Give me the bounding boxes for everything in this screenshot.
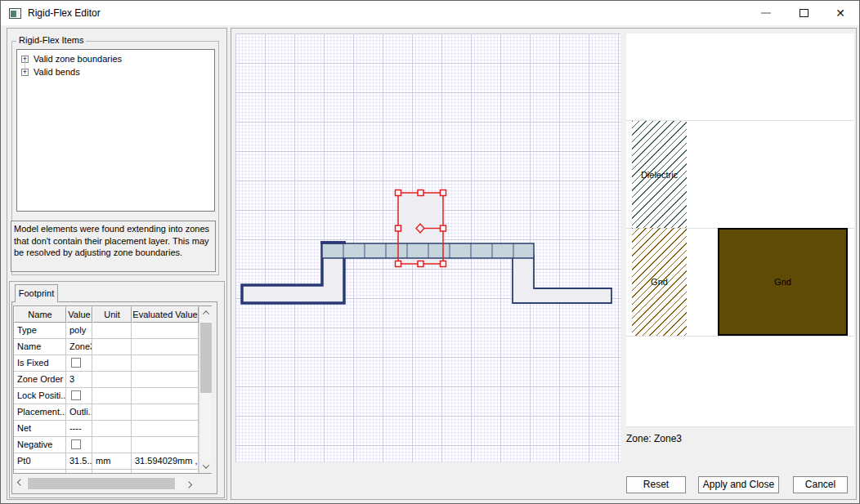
checkbox[interactable] xyxy=(71,439,81,449)
horizontal-scrollbar-thumb[interactable] xyxy=(28,478,175,489)
reset-button[interactable]: Reset xyxy=(626,476,686,493)
table-row-name[interactable]: Name Zone3 xyxy=(14,339,199,355)
cell-value[interactable]: poly xyxy=(66,323,92,339)
cell-value[interactable]: ---- xyxy=(66,421,92,437)
table-row-type[interactable]: Type poly xyxy=(14,323,199,339)
chevron-left-icon xyxy=(17,479,24,485)
layer-separator-line xyxy=(626,336,854,337)
handle-bottom-left[interactable] xyxy=(396,261,401,267)
scroll-up-button[interactable] xyxy=(199,306,213,319)
cell-name[interactable]: Type xyxy=(14,323,66,339)
handle-mid-right[interactable] xyxy=(441,225,446,231)
cell-value[interactable]: Outli... xyxy=(66,404,92,421)
cell-value[interactable] xyxy=(66,437,92,453)
cell-value[interactable]: 3 xyxy=(66,372,92,388)
cell-unit[interactable] xyxy=(92,323,132,339)
horizontal-scrollbar[interactable] xyxy=(14,477,195,490)
handle-top-left[interactable] xyxy=(396,190,401,196)
scroll-left-button[interactable] xyxy=(14,477,27,490)
table-row-negative[interactable]: Negative xyxy=(14,437,199,453)
tab-footprint[interactable]: Footprint xyxy=(15,284,58,302)
cell-unit[interactable]: mm xyxy=(92,470,132,473)
cell-name[interactable]: Name xyxy=(14,339,66,355)
cell-name[interactable]: Pt1 xyxy=(14,470,66,473)
cell-unit[interactable] xyxy=(92,388,132,404)
cell-name[interactable]: Zone Order xyxy=(14,372,66,388)
checkbox[interactable] xyxy=(71,358,81,368)
cell-unit[interactable] xyxy=(92,404,132,421)
gnd-hatch-label: Gnd xyxy=(651,277,668,287)
table-row-pt1[interactable]: Pt1 40.9... mm 40.97799mm ... xyxy=(14,470,199,473)
column-header-evaluated-value[interactable]: Evaluated Value xyxy=(132,306,199,323)
cell-value[interactable]: 31.5... xyxy=(66,453,92,470)
board-drawing xyxy=(235,33,620,462)
chevron-up-icon xyxy=(203,310,209,317)
app-icon xyxy=(9,8,21,19)
cell-name[interactable]: Pt0 xyxy=(14,453,66,470)
rigid-flex-editor-dialog: Rigid-Flex Editor ✕ Rigid-Flex Items + V… xyxy=(0,0,860,504)
cell-name[interactable]: Lock Positi... xyxy=(14,388,66,404)
cell-eval: 40.97799mm ... xyxy=(132,470,199,473)
cell-name[interactable]: Is Fixed xyxy=(14,355,66,372)
column-header-unit[interactable]: Unit xyxy=(92,306,132,323)
titlebar[interactable]: Rigid-Flex Editor ✕ xyxy=(1,1,859,25)
vertical-scrollbar-thumb[interactable] xyxy=(200,323,212,393)
column-header-value[interactable]: Value xyxy=(66,306,92,323)
cell-eval xyxy=(132,421,199,437)
handle-mid-left[interactable] xyxy=(396,225,401,231)
table-row-placement[interactable]: Placement... Outli... xyxy=(14,404,199,421)
handle-bottom-mid[interactable] xyxy=(418,261,423,267)
minimize-button[interactable] xyxy=(747,1,785,25)
cell-unit[interactable] xyxy=(92,372,132,388)
minimize-icon xyxy=(761,12,771,14)
maximize-button[interactable] xyxy=(785,1,822,25)
handle-bottom-right[interactable] xyxy=(441,261,446,267)
dielectric-layer-hatch: Dielectric xyxy=(632,121,687,228)
cell-unit[interactable] xyxy=(92,355,132,372)
cell-eval xyxy=(132,404,199,421)
column-header-name[interactable]: Name xyxy=(14,306,66,323)
table-row-pt0[interactable]: Pt0 31.5... mm 31.594029mm ,... xyxy=(14,453,199,470)
cell-value[interactable] xyxy=(66,355,92,372)
gnd-layer-hatch: Gnd xyxy=(632,228,687,336)
properties-table[interactable]: Name Value Unit Evaluated Value Type pol… xyxy=(13,306,212,474)
board-canvas[interactable] xyxy=(235,33,620,462)
gnd-plane-label: Gnd xyxy=(774,277,791,287)
scroll-right-button[interactable] xyxy=(182,477,195,490)
tree-item-valid-zone-boundaries[interactable]: + Valid zone boundaries xyxy=(17,52,214,65)
cell-unit[interactable] xyxy=(92,437,132,453)
tree-item-valid-bends[interactable]: + Valid bends xyxy=(17,65,214,78)
maximize-icon xyxy=(800,9,808,17)
table-header: Name Value Unit Evaluated Value xyxy=(14,306,199,323)
cell-value[interactable]: Zone3 xyxy=(66,339,92,355)
cell-name[interactable]: Negative xyxy=(14,437,66,453)
right-rigid-zone[interactable] xyxy=(513,255,611,303)
scroll-down-button[interactable] xyxy=(199,460,213,473)
handle-top-mid[interactable] xyxy=(418,190,423,196)
cell-eval xyxy=(132,437,199,453)
vertical-scrollbar[interactable] xyxy=(199,306,212,473)
handle-top-right[interactable] xyxy=(441,190,446,196)
cell-value[interactable]: 40.9... xyxy=(66,470,92,473)
cell-name[interactable]: Net xyxy=(14,421,66,437)
tree-connector-line xyxy=(25,61,25,69)
cell-unit[interactable]: mm xyxy=(92,453,132,470)
table-row-lock-position[interactable]: Lock Positi... xyxy=(14,388,199,404)
cell-eval xyxy=(132,372,199,388)
checkbox[interactable] xyxy=(71,390,81,400)
table-row-zone-order[interactable]: Zone Order 3 xyxy=(14,372,199,388)
chevron-down-icon xyxy=(203,462,209,468)
apply-and-close-button[interactable]: Apply and Close xyxy=(698,476,779,493)
table-row-is-fixed[interactable]: Is Fixed xyxy=(14,355,199,372)
cell-value[interactable] xyxy=(66,388,92,404)
cell-name[interactable]: Placement... xyxy=(14,404,66,421)
rigid-flex-items-tree[interactable]: + Valid zone boundaries + Valid bends xyxy=(16,49,215,212)
cell-unit[interactable] xyxy=(92,421,132,437)
cell-unit[interactable] xyxy=(92,339,132,355)
cancel-button[interactable]: Cancel xyxy=(793,476,848,493)
close-button[interactable]: ✕ xyxy=(822,1,858,25)
chevron-right-icon xyxy=(186,481,192,488)
table-row-net[interactable]: Net ---- xyxy=(14,421,199,437)
cell-eval xyxy=(132,355,199,372)
zone-status-label: Zone: Zone3 xyxy=(626,433,682,444)
